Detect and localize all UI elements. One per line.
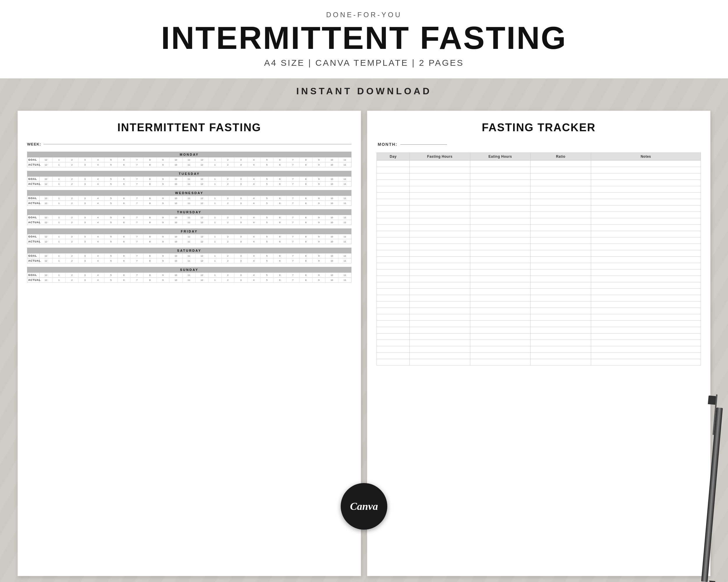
hour-cell: 8 [300, 254, 313, 258]
hour-cell: 3 [79, 196, 92, 200]
table-row [377, 193, 701, 199]
hour-cell: 10 [326, 259, 339, 263]
table-cell [377, 231, 410, 238]
table-cell [530, 250, 591, 257]
hour-cell: 12 [40, 220, 53, 225]
hour-cell: 6 [118, 259, 131, 263]
hour-cell: 10 [326, 177, 339, 181]
right-page: FASTING TRACKER MONTH: DayFasting HoursE… [367, 111, 710, 576]
day-block-friday: FRIDAYGOAL121234567891011121234567891011… [27, 228, 352, 244]
hour-cell: 11 [338, 177, 351, 181]
hour-cell: 12 [40, 259, 53, 263]
table-cell [591, 199, 701, 205]
hour-cell: 10 [170, 234, 183, 239]
hour-cell: 4 [92, 177, 105, 181]
hour-cell: 3 [234, 234, 248, 239]
table-cell [470, 250, 530, 257]
hour-cell: 7 [287, 177, 300, 181]
hour-cell: 11 [183, 273, 196, 277]
hours-row: 121234567891011121234567891011 [40, 182, 351, 186]
hour-cell: 3 [79, 273, 92, 277]
row-label-goal: GOAL [27, 234, 40, 239]
hour-cell: 3 [234, 278, 248, 282]
table-cell [410, 244, 470, 250]
hour-cell: 7 [287, 220, 300, 225]
table-cell [530, 359, 591, 365]
hour-cell: 11 [183, 163, 196, 167]
table-row [377, 250, 701, 257]
hour-cell: 2 [66, 259, 79, 263]
table-cell [591, 161, 701, 167]
hour-cell: 6 [118, 220, 131, 225]
hour-cell: 6 [274, 240, 287, 244]
hour-cell: 3 [234, 196, 248, 200]
hour-cell: 7 [287, 234, 300, 239]
hour-cell: 12 [40, 177, 53, 181]
table-cell [377, 193, 410, 199]
hour-cell: 8 [300, 201, 313, 205]
hour-cell: 1 [53, 182, 66, 186]
day-row-actual: ACTUAL121234567891011121234567891011 [27, 182, 352, 187]
day-row-goal: GOAL121234567891011121234567891011 [27, 158, 352, 162]
hour-cell: 1 [53, 278, 66, 282]
row-label-goal: GOAL [27, 273, 40, 277]
table-cell [410, 238, 470, 244]
hour-cell: 1 [53, 215, 66, 220]
hour-cell: 10 [170, 163, 183, 167]
table-cell [530, 180, 591, 186]
hour-cell: 6 [118, 163, 131, 167]
hour-cell: 9 [157, 158, 170, 162]
table-cell [470, 302, 530, 308]
table-cell [410, 340, 470, 346]
hour-cell: 2 [222, 201, 235, 205]
table-cell [410, 314, 470, 321]
table-cell [377, 295, 410, 302]
table-cell [410, 212, 470, 218]
hour-cell: 7 [130, 201, 144, 205]
hour-cell: 6 [118, 234, 131, 239]
hour-cell: 8 [144, 201, 157, 205]
hour-cell: 5 [105, 259, 118, 263]
hour-cell: 7 [287, 158, 300, 162]
table-cell [530, 205, 591, 212]
hour-cell: 1 [208, 259, 222, 263]
table-cell [470, 270, 530, 276]
table-row [377, 263, 701, 270]
table-cell [377, 180, 410, 186]
table-cell [591, 340, 701, 346]
hour-cell: 5 [261, 163, 274, 167]
day-block-saturday: SATURDAYGOAL1212345678910111212345678910… [27, 248, 352, 264]
hours-row: 121234567891011121234567891011 [40, 196, 351, 200]
table-row [377, 180, 701, 186]
hour-cell: 10 [326, 220, 339, 225]
tracker-head: DayFasting HoursEating HoursRatioNotes [377, 153, 701, 161]
table-cell [530, 314, 591, 321]
hour-cell: 10 [170, 254, 183, 258]
hour-cell: 12 [196, 177, 209, 181]
hour-cell: 12 [40, 215, 53, 220]
table-cell [530, 276, 591, 282]
table-cell [470, 193, 530, 199]
day-header-thursday: THURSDAY [27, 209, 352, 215]
hour-cell: 3 [234, 158, 248, 162]
table-cell [410, 218, 470, 225]
hour-cell: 8 [144, 254, 157, 258]
hour-cell: 10 [170, 177, 183, 181]
hour-cell: 4 [248, 254, 261, 258]
hour-cell: 1 [208, 273, 222, 277]
hour-cell: 2 [66, 234, 79, 239]
tracker-body [377, 161, 701, 365]
hour-cell: 10 [170, 158, 183, 162]
table-cell [377, 340, 410, 346]
table-cell [591, 238, 701, 244]
hours-row: 121234567891011121234567891011 [40, 240, 351, 244]
day-row-actual: ACTUAL121234567891011121234567891011 [27, 220, 352, 225]
hour-cell: 4 [248, 220, 261, 225]
table-cell [377, 270, 410, 276]
table-cell [591, 276, 701, 282]
table-cell [410, 225, 470, 231]
pen-tip [708, 581, 716, 582]
left-page: INTERMITTENT FASTING WEEK: MONDAYGOAL121… [18, 111, 361, 576]
hour-cell: 2 [66, 254, 79, 258]
table-cell [377, 244, 410, 250]
